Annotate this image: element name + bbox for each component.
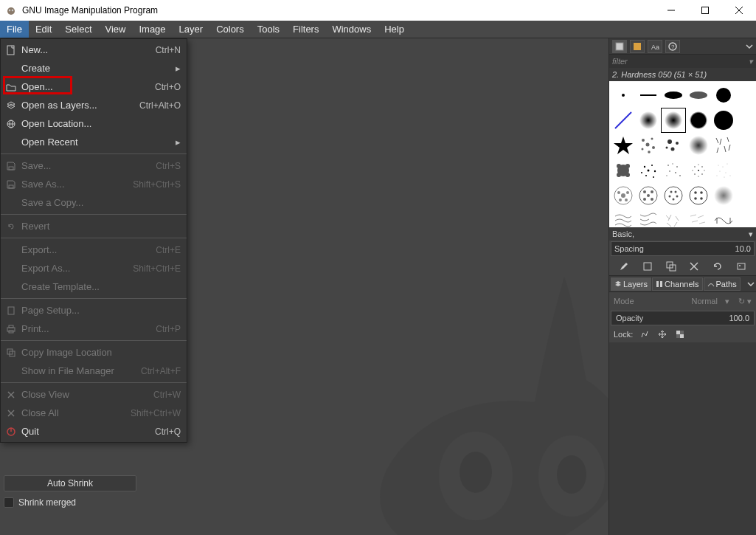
lock-position-icon[interactable] [656, 328, 668, 340]
menu-item-save-as: Save As...Shift+Ctrl+S [1, 175, 187, 193]
svg-point-88 [698, 164, 698, 165]
menu-item-open[interactable]: Open...Ctrl+O [1, 77, 187, 96]
close-icon [4, 390, 18, 400]
mode-switch-icon[interactable]: ↻ ▾ [738, 297, 752, 306]
menu-filters[interactable]: Filters [286, 21, 325, 38]
menu-view[interactable]: View [99, 21, 133, 38]
delete-brush-icon[interactable] [687, 260, 701, 273]
tab-patterns-icon[interactable] [630, 40, 645, 53]
layer-mode-row: Mode Normal▾ ↻ ▾ [609, 292, 756, 310]
shrink-merged-row[interactable]: Shrink merged [4, 497, 136, 508]
svg-point-71 [648, 170, 650, 172]
svg-point-97 [717, 176, 718, 176]
menu-item-quit[interactable]: QuitCtrl+Q [1, 422, 187, 441]
svg-text:?: ? [671, 44, 675, 50]
svg-point-113 [670, 191, 673, 193]
shrink-merged-checkbox[interactable] [4, 497, 14, 508]
svg-point-84 [694, 166, 695, 167]
brush-grid[interactable] [609, 81, 756, 227]
minimize-button[interactable] [654, 0, 688, 21]
refresh-brush-icon[interactable] [711, 260, 724, 273]
svg-line-128 [674, 222, 677, 227]
svg-line-60 [727, 137, 729, 142]
menu-item-label: Open as Layers... [21, 100, 139, 111]
svg-point-44 [690, 111, 707, 129]
tab-fonts-icon[interactable]: Aa [648, 40, 662, 53]
menu-item-shortcut: Ctrl+P [156, 324, 181, 334]
menu-item-open-location[interactable]: Open Location... [1, 114, 187, 133]
page-icon [4, 306, 18, 316]
menu-item-label: Open... [21, 81, 155, 92]
svg-point-48 [651, 138, 653, 140]
svg-point-57 [689, 136, 708, 155]
brush-filter-input[interactable]: filter ▾ [609, 55, 756, 68]
menu-windows[interactable]: Windows [325, 21, 378, 38]
new-brush-icon[interactable] [641, 260, 654, 273]
svg-point-93 [723, 167, 724, 168]
menu-colors[interactable]: Colors [209, 21, 251, 38]
svg-point-120 [700, 191, 703, 194]
menu-separator [1, 238, 187, 238]
lock-pixels-icon[interactable] [639, 328, 651, 340]
open-as-image-icon[interactable] [735, 260, 748, 273]
close-button[interactable] [722, 0, 756, 21]
duplicate-brush-icon[interactable] [665, 260, 678, 273]
menu-image[interactable]: Image [132, 21, 172, 38]
svg-point-117 [673, 199, 675, 201]
menu-item-new[interactable]: New...Ctrl+N [1, 41, 187, 59]
tab-paths[interactable]: Paths [704, 277, 741, 291]
auto-shrink-button[interactable]: Auto Shrink [4, 475, 136, 491]
svg-point-12 [557, 455, 586, 494]
menu-item-label: Close All [21, 407, 131, 418]
dock-tabs-bottom: Layers Channels Paths [609, 276, 756, 292]
lock-alpha-icon[interactable] [674, 328, 686, 340]
menu-layer[interactable]: Layer [173, 21, 210, 38]
mode-dropdown[interactable]: Normal▾ [691, 297, 729, 306]
svg-point-52 [648, 151, 651, 153]
menu-item-close-view: Close ViewCtrl+W [1, 385, 187, 404]
dock-collapse-icon[interactable] [746, 43, 753, 50]
svg-point-118 [690, 187, 707, 204]
menu-item-open-as-layers[interactable]: Open as Layers...Ctrl+Alt+O [1, 96, 187, 114]
file-menu-dropdown: New...Ctrl+NCreate▸Open...Ctrl+OOpen as … [0, 38, 187, 443]
brush-actions-row [609, 257, 756, 276]
tab-layers[interactable]: Layers [611, 277, 651, 291]
svg-point-83 [698, 170, 699, 171]
brush-name-label: 2. Hardness 050 (51 × 51) [609, 68, 756, 81]
menu-edit[interactable]: Edit [29, 21, 58, 38]
quit-icon [4, 427, 18, 437]
maximize-button[interactable] [688, 0, 722, 21]
svg-point-42 [639, 111, 657, 129]
svg-point-119 [694, 191, 697, 194]
menu-select[interactable]: Select [58, 21, 98, 38]
menu-item-create[interactable]: Create▸ [1, 59, 187, 77]
menu-item-open-recent[interactable]: Open Recent▸ [1, 133, 187, 151]
opacity-slider[interactable]: Opacity 100.0 [611, 311, 755, 325]
menu-separator [1, 340, 187, 341]
svg-point-69 [641, 172, 642, 173]
svg-point-47 [642, 139, 645, 142]
menu-item-label: New... [21, 44, 156, 55]
menu-help[interactable]: Help [378, 21, 411, 38]
tab-history-icon[interactable]: ? [665, 40, 680, 53]
menu-separator [1, 153, 187, 154]
tab-channels[interactable]: Channels [652, 277, 702, 291]
svg-line-132 [699, 222, 705, 224]
svg-point-101 [621, 193, 625, 198]
edit-brush-icon[interactable] [617, 260, 631, 273]
menu-tools[interactable]: Tools [251, 21, 286, 38]
menu-item-shortcut: Ctrl+E [156, 245, 181, 255]
menu-item-close-all: Close AllShift+Ctrl+W [1, 404, 187, 422]
svg-point-74 [645, 175, 647, 176]
layers-list[interactable] [609, 342, 756, 535]
menu-file[interactable]: File [0, 21, 29, 38]
svg-point-75 [653, 176, 654, 178]
mode-label: Mode [614, 297, 634, 306]
tab-brushes-icon[interactable] [612, 40, 627, 53]
svg-rect-140 [656, 281, 659, 287]
svg-point-96 [726, 173, 726, 173]
dock-collapse-icon[interactable] [747, 280, 755, 288]
open-icon [4, 82, 18, 92]
menu-item-shortcut: Ctrl+Alt+F [141, 366, 181, 376]
spacing-slider[interactable]: Spacing 10.0 [611, 241, 755, 256]
